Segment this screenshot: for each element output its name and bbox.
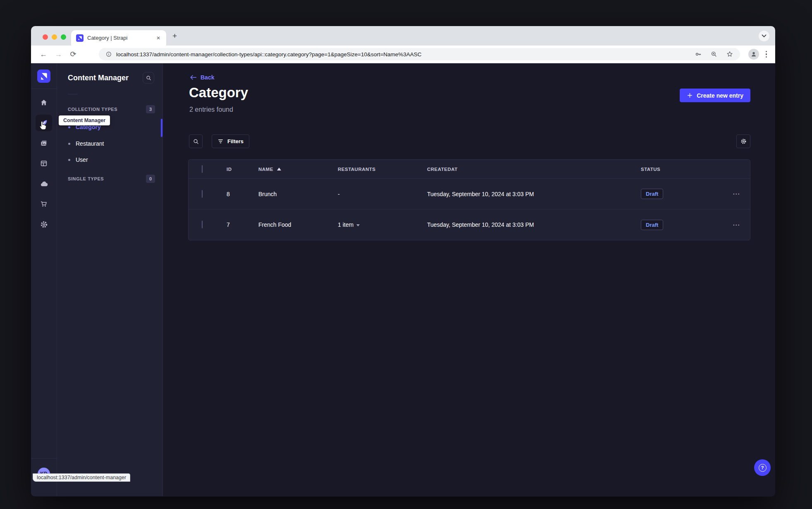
- chevron-down-icon: [762, 34, 767, 38]
- address-bar[interactable]: localhost:1337/admin/content-manager/col…: [99, 48, 740, 60]
- cell-name: Brunch: [258, 191, 338, 197]
- column-header-restaurants[interactable]: RESTAURANTS: [338, 167, 427, 172]
- bullet-icon: [68, 143, 70, 145]
- zoom-in-icon[interactable]: [710, 50, 718, 58]
- main-panel: Back Category 2 entries found Create new…: [163, 63, 775, 496]
- create-new-entry-label: Create new entry: [697, 92, 743, 99]
- gear-icon: [740, 138, 747, 145]
- active-item-indicator: [161, 119, 162, 137]
- content-type-builder-icon: [40, 159, 48, 168]
- tab-title: Category | Strapi: [87, 35, 151, 41]
- search-icon: [193, 138, 199, 145]
- passwords-key-icon[interactable]: [695, 50, 702, 58]
- zoom-window-button[interactable]: [61, 34, 66, 40]
- column-header-createdat[interactable]: CREATEDAT: [427, 167, 641, 172]
- filters-label: Filters: [227, 138, 244, 144]
- back-label: Back: [201, 74, 214, 81]
- sidebar-item-restaurant[interactable]: Restaurant: [68, 140, 104, 147]
- collection-types-count-badge: 3: [146, 105, 155, 113]
- status-badge: Draft: [641, 220, 663, 230]
- url-text[interactable]: localhost:1337/admin/content-manager/col…: [116, 51, 690, 58]
- home-icon: [40, 98, 48, 107]
- bullet-icon: [68, 126, 70, 128]
- entries-count: 2 entries found: [189, 106, 233, 113]
- plus-icon: [687, 92, 693, 98]
- view-settings-button[interactable]: [736, 134, 750, 148]
- table-search-button[interactable]: [189, 134, 203, 148]
- filters-button[interactable]: Filters: [212, 134, 249, 148]
- tab-close-icon[interactable]: ✕: [155, 34, 162, 42]
- browser-tab[interactable]: Category | Strapi ✕: [71, 30, 166, 46]
- traffic-lights: [43, 34, 66, 40]
- close-window-button[interactable]: [43, 34, 48, 40]
- column-header-status[interactable]: STATUS: [641, 167, 724, 172]
- cloud-icon: [40, 180, 48, 188]
- single-types-count-badge: 0: [146, 175, 155, 183]
- browser-profile-button[interactable]: [748, 49, 759, 60]
- sidebar-search-button[interactable]: [143, 72, 154, 84]
- browser-reload-button[interactable]: ⟳: [67, 50, 80, 59]
- gear-icon: [40, 220, 48, 229]
- search-icon: [146, 75, 152, 81]
- collection-types-section: COLLECTION TYPES 3: [68, 105, 155, 113]
- question-icon: ?: [759, 464, 767, 472]
- page-title: Category: [189, 85, 248, 101]
- strapi-logo-icon: [37, 70, 50, 83]
- table-row[interactable]: 8 Brunch - Tuesday, September 10, 2024 a…: [189, 179, 750, 209]
- create-new-entry-button[interactable]: Create new entry: [680, 89, 750, 102]
- rail-settings-button[interactable]: [36, 216, 52, 233]
- cell-id: 8: [227, 191, 258, 197]
- browser-back-button[interactable]: ←: [37, 50, 50, 59]
- cell-createdat: Tuesday, September 10, 2024 at 3:03 PM: [427, 191, 641, 197]
- tab-search-button[interactable]: [759, 31, 769, 41]
- chevron-down-icon: [356, 224, 360, 226]
- sort-asc-icon: [277, 168, 281, 170]
- collection-types-label: COLLECTION TYPES: [68, 107, 117, 112]
- strapi-app: KD Content Manager COLLECTION TYPES 3 Ca…: [31, 63, 775, 496]
- info-icon[interactable]: [105, 51, 112, 58]
- column-header-name[interactable]: NAME: [258, 167, 338, 172]
- minimize-window-button[interactable]: [52, 34, 57, 40]
- sidebar-item-label: User: [76, 156, 88, 163]
- arrow-left-icon: [190, 74, 197, 80]
- column-header-id[interactable]: ID: [227, 167, 258, 172]
- browser-window: Category | Strapi ✕ + ← → ⟳ localhost:13…: [31, 26, 775, 497]
- rail-cloud-button[interactable]: [36, 175, 52, 192]
- cell-restaurants: -: [338, 191, 427, 197]
- help-button[interactable]: ?: [754, 459, 771, 476]
- status-badge: Draft: [641, 189, 663, 199]
- row-checkbox[interactable]: [202, 221, 203, 228]
- strapi-logo-button[interactable]: [37, 70, 50, 83]
- back-link[interactable]: Back: [190, 74, 214, 81]
- rail-marketplace-button[interactable]: [36, 196, 52, 212]
- cart-icon: [40, 200, 48, 208]
- rail-home-button[interactable]: [36, 94, 52, 111]
- row-checkbox[interactable]: [202, 190, 203, 198]
- row-actions-menu[interactable]: ⋯: [724, 221, 750, 229]
- cell-name: French Food: [258, 221, 338, 228]
- strapi-favicon-icon: [76, 34, 84, 42]
- sidebar-item-label: Restaurant: [76, 140, 104, 147]
- bullet-icon: [68, 159, 70, 161]
- table-header-row: ID NAME RESTAURANTS CREATEDAT STATUS: [189, 160, 750, 179]
- link-preview-status-bar: localhost:1337/admin/content-manager: [33, 473, 130, 482]
- filter-icon: [217, 139, 224, 144]
- cell-restaurants[interactable]: 1 item: [338, 221, 427, 228]
- single-types-section: SINGLE TYPES 0: [68, 175, 155, 183]
- bookmark-star-icon[interactable]: [726, 50, 733, 58]
- new-tab-button[interactable]: +: [172, 32, 177, 40]
- content-manager-sidebar: Content Manager COLLECTION TYPES 3 Categ…: [57, 63, 163, 496]
- media-library-icon: [40, 139, 48, 147]
- rail-media-library-button[interactable]: [36, 135, 52, 151]
- select-all-checkbox[interactable]: [202, 165, 203, 173]
- person-icon: [750, 50, 757, 58]
- browser-forward-button[interactable]: →: [52, 50, 65, 59]
- browser-menu-button[interactable]: [763, 51, 770, 58]
- content-manager-tooltip: Content Manager: [59, 115, 110, 125]
- cell-id: 7: [227, 221, 258, 228]
- rail-content-type-builder-button[interactable]: [36, 155, 52, 172]
- row-actions-menu[interactable]: ⋯: [724, 190, 750, 198]
- tab-strip: Category | Strapi ✕ +: [31, 26, 775, 46]
- sidebar-item-user[interactable]: User: [68, 156, 88, 163]
- table-row[interactable]: 7 French Food 1 item Tuesday, September …: [189, 209, 750, 240]
